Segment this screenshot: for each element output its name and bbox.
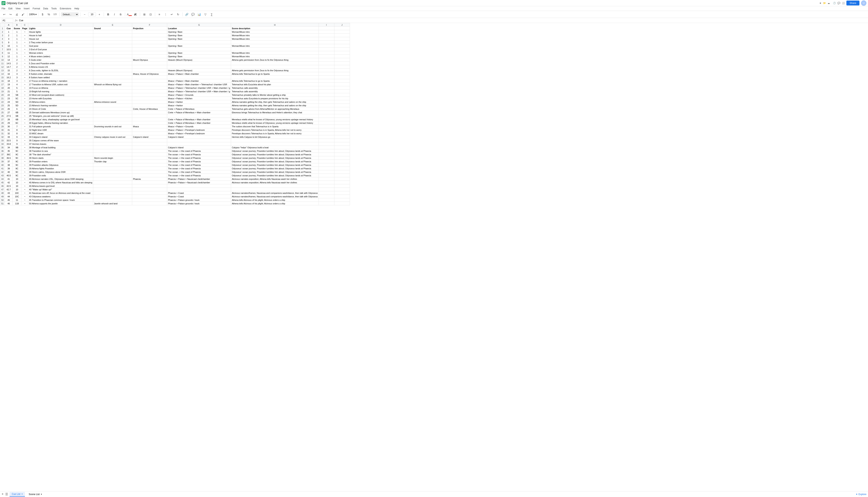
cell-H30[interactable]: Penelope discovers Telemachus is in Spar… (231, 128, 318, 132)
row-header[interactable]: 28 (0, 121, 5, 125)
cell-D20[interactable]: 22 Most exit (scoped-down outdoors) (28, 93, 93, 97)
cell-C41[interactable]: ~ (22, 167, 28, 170)
cell-J45[interactable] (334, 181, 350, 184)
cell-J16[interactable] (334, 79, 350, 83)
cell-F39[interactable] (132, 160, 167, 163)
cell-H13[interactable]: Athena gets permission from Zeus to fix … (231, 69, 318, 72)
cell-J37[interactable] (334, 153, 350, 156)
cell-H12[interactable] (231, 65, 318, 69)
cell-J29[interactable] (334, 125, 350, 128)
cell-D21[interactable]: 23 Home with Eurycleia (28, 97, 93, 100)
cell-C2[interactable]: ~ (22, 30, 28, 34)
cell-J36[interactable] (334, 149, 350, 153)
cell-F17[interactable] (132, 83, 167, 86)
cell-H40[interactable]: Odysseus' ocean journey; Poseidon tumble… (231, 163, 318, 167)
cell-A23[interactable]: 25 (5, 104, 13, 107)
cell-G31[interactable]: Ithaca > Palace > Penelope's bedroom (167, 132, 231, 135)
undo-button[interactable]: ↩ (2, 12, 7, 17)
row-header[interactable]: 51 (0, 202, 5, 205)
row-header[interactable]: 50 (0, 198, 5, 202)
cell-B11[interactable]: 2 (13, 62, 22, 65)
avatar[interactable]: U (861, 0, 866, 6)
cell-H8[interactable]: Woman/Muse intro (231, 51, 318, 55)
cell-A29[interactable]: 30 (5, 125, 13, 128)
cell-I25[interactable] (318, 111, 334, 114)
cell-E36[interactable] (93, 149, 132, 153)
cell-H36[interactable]: Odysseus' ocean journey; Poseidon tumble… (231, 149, 318, 153)
cell-I2[interactable] (318, 30, 334, 34)
cell-H18[interactable]: Telemachus calls assembly (231, 86, 318, 90)
cell-G30[interactable]: Ithaca > Palace > Penelope's bedroom (167, 128, 231, 132)
cell-C30[interactable]: ~ (22, 128, 28, 132)
cell-J33[interactable] (334, 139, 350, 142)
cell-F6[interactable] (132, 44, 167, 48)
cell-G1[interactable]: Location (167, 27, 231, 30)
cell-F51[interactable] (132, 202, 167, 205)
history-icon[interactable]: 🕐 (833, 2, 836, 4)
cell-B23[interactable]: 5D (13, 104, 22, 107)
cell-I35[interactable] (318, 146, 334, 149)
col-header-F[interactable]: F (132, 23, 167, 27)
row-header[interactable]: 47 (0, 188, 5, 191)
row-header[interactable]: 43 (0, 174, 5, 177)
cell-A7[interactable]: 10.5 (5, 48, 13, 51)
row-header[interactable]: 46 (0, 184, 5, 188)
cell-B12[interactable]: 2 (13, 65, 22, 69)
cell-E10[interactable] (93, 58, 132, 62)
cell-B26[interactable]: 6B (13, 114, 22, 118)
cell-J11[interactable] (334, 62, 350, 65)
cell-C19[interactable]: ~ (22, 90, 28, 93)
cell-I23[interactable] (318, 104, 334, 107)
currency-button[interactable]: $ (40, 12, 45, 17)
cell-H26[interactable] (231, 114, 318, 118)
cell-J39[interactable] (334, 160, 350, 163)
cell-I7[interactable] (318, 48, 334, 51)
cell-B6[interactable]: 1 (13, 44, 22, 48)
cell-D30[interactable]: 32 Night time USR (28, 128, 93, 132)
cell-A3[interactable]: 2 (5, 34, 13, 37)
row-header[interactable]: 44 (0, 177, 5, 181)
cell-F34[interactable] (132, 142, 167, 146)
cell-I44[interactable] (318, 177, 334, 181)
cell-J22[interactable] (334, 100, 350, 104)
cell-D40[interactable]: 39 Poseidon attacks Odysseus (28, 163, 93, 167)
col-header-D[interactable]: D (28, 23, 93, 27)
cell-J9[interactable] (334, 55, 350, 58)
cell-H11[interactable] (231, 62, 318, 65)
cell-B10[interactable]: 2 (13, 58, 22, 62)
cell-B15[interactable]: 3 (13, 76, 22, 79)
cell-J49[interactable] (334, 195, 350, 198)
cell-A12[interactable]: 14.7 (5, 65, 13, 69)
cell-E32[interactable]: Cheesy calypso music in and out (93, 135, 132, 139)
cell-H45[interactable]: Alcinous narrates exposition; Athena tel… (231, 181, 318, 184)
cell-C15[interactable]: ~ (22, 76, 28, 79)
cell-I14[interactable] (318, 72, 334, 76)
cell-B8[interactable]: 1 (13, 51, 22, 55)
cell-D42[interactable]: 39 Storm calms, Odysseus alone DSR (28, 170, 93, 174)
cell-H32[interactable]: Hermes tells Calypso to let Odysseus go (231, 135, 318, 139)
cell-C46[interactable]: ~ (22, 184, 28, 188)
cell-F50[interactable] (132, 198, 167, 202)
cell-G7[interactable] (167, 48, 231, 51)
cell-F36[interactable] (132, 149, 167, 153)
row-header[interactable]: 36 (0, 149, 5, 153)
cell-C1[interactable]: Page (22, 27, 28, 30)
cell-H49[interactable]: Alcinous narrates/frames; Nausicaa and c… (231, 195, 318, 198)
cell-H48[interactable]: Alcinous narrates/frames; Nausicaa and c… (231, 191, 318, 195)
cell-E48[interactable] (93, 191, 132, 195)
cell-B20[interactable]: 5B (13, 93, 22, 97)
cell-I39[interactable] (318, 160, 334, 163)
cell-C13[interactable]: ~ (22, 69, 28, 72)
cell-J41[interactable] (334, 167, 350, 170)
menu-tools[interactable]: Tools (51, 7, 57, 10)
cell-F43[interactable] (132, 174, 167, 177)
cell-F21[interactable] (132, 97, 167, 100)
cell-D17[interactable]: 17 Transition to Athena USR, suitors exi… (28, 83, 93, 86)
cell-F30[interactable] (132, 128, 167, 132)
chart-button[interactable]: 📊 (197, 12, 202, 17)
font-selector[interactable]: Default... (61, 12, 79, 16)
cell-C17[interactable]: ~ (22, 83, 28, 86)
row-header[interactable]: 33 (0, 139, 5, 142)
cell-I16[interactable] (318, 79, 334, 83)
cell-A37[interactable]: 36C (5, 153, 13, 156)
